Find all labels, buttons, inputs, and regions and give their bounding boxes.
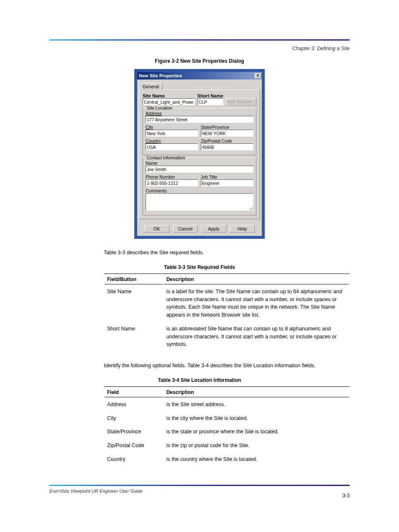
add-system-button: Add System... <box>226 98 256 105</box>
label-city: City <box>146 125 198 130</box>
table-site-location-info: Field Description Address is the Site st… <box>104 386 350 467</box>
city-input[interactable] <box>146 130 198 137</box>
table-row: Zip/Postal Code is the zip or postal cod… <box>105 439 349 452</box>
group-site-location: Site Location Address City State/Provinc… <box>143 108 256 155</box>
cell: Short Name <box>105 322 163 351</box>
footer-text: EnerVista Viewpoint UR Engineer User Gui… <box>49 489 143 494</box>
chapter-title: Chapter 3: Defining a Site <box>49 46 350 51</box>
close-icon[interactable]: X <box>255 73 261 79</box>
job-input[interactable] <box>201 179 253 187</box>
table-row: Site Name is a label for the site. The S… <box>105 285 349 322</box>
tab-row: General <box>137 79 262 90</box>
table1-h1: Field/Button <box>105 275 163 284</box>
cell: City <box>105 412 163 425</box>
cell: Zip/Postal Code <box>105 439 163 452</box>
cell: State/Province <box>105 425 163 438</box>
comments-input[interactable] <box>146 193 253 211</box>
address-input[interactable] <box>146 116 253 123</box>
cancel-button[interactable]: Cancel <box>173 225 198 233</box>
apply-button[interactable]: Apply <box>201 225 226 233</box>
cell: Address <box>105 398 163 411</box>
label-comments: Comments <box>146 188 253 193</box>
titlebar-text: New Site Properties <box>138 73 182 78</box>
table2-h2: Description <box>164 388 349 397</box>
table-row: Short Name is an abbreviated Site Name t… <box>105 322 349 351</box>
table-site-required-fields: Field/Button Description Site Name is a … <box>104 274 350 352</box>
name-input[interactable] <box>146 166 253 173</box>
table-row: State/Province is the state or province … <box>105 425 349 438</box>
table1-caption: Table 3-3 Site Required Fields <box>49 264 350 270</box>
cell: is the state or province where the Site … <box>164 425 349 438</box>
cell: Country <box>105 453 163 466</box>
dialog-footer: OK Cancel Apply Help <box>137 221 262 236</box>
legend-site-location: Site Location <box>146 105 174 110</box>
cell: is an abbreviated Site Name that can con… <box>164 322 349 351</box>
table2-h1: Field <box>105 388 163 397</box>
help-button[interactable]: Help <box>230 225 255 233</box>
para-2: Identify the following optional fields. … <box>104 362 350 370</box>
cell: is the city where the Site is located. <box>164 412 349 425</box>
footer-gradient-rule <box>49 485 350 486</box>
table-row: Country is the country where the Site is… <box>105 453 349 466</box>
para-1: Table 3-3 describes the Site required fi… <box>104 249 350 257</box>
phone-input[interactable] <box>146 179 198 187</box>
figure-caption: Figure 3-2 New Site Properties Dialog <box>49 58 350 64</box>
label-job: Job Title <box>201 174 253 179</box>
label-address: Address <box>146 111 253 116</box>
zip-input[interactable] <box>201 143 253 151</box>
group-contact-info: Contact Information Name Phone Number Jo… <box>143 158 256 215</box>
table1-h2: Description <box>164 275 349 284</box>
label-phone: Phone Number <box>146 174 198 179</box>
cell: is the country where the Site is located… <box>164 453 349 466</box>
country-input[interactable] <box>146 143 198 151</box>
label-zip: Zip/Postal Code <box>201 138 253 143</box>
label-country: Country <box>146 138 198 143</box>
page-number: 3-3 <box>343 493 350 499</box>
label-site-name: Site Name <box>143 93 195 98</box>
cell: is the Site street address. <box>164 398 349 411</box>
state-input[interactable] <box>201 130 253 137</box>
label-state: State/Province <box>201 125 253 130</box>
cell: is the zip or postal code for the Site. <box>164 439 349 452</box>
dialog-new-site-properties: New Site Properties X General Site Name … <box>134 69 265 239</box>
cell: is a label for the site. The Site Name c… <box>164 285 349 322</box>
table-row: City is the city where the Site is locat… <box>105 412 349 425</box>
tab-general[interactable]: General <box>139 83 163 90</box>
top-gradient-rule <box>49 39 350 41</box>
table2-caption: Table 3-4 Site Location Information <box>49 377 350 383</box>
label-short-name: Short Name <box>197 93 223 98</box>
form-body: Site Name Short Name Add System... Site … <box>139 90 260 219</box>
table-row: Address is the Site street address. <box>105 398 349 411</box>
short-name-input[interactable] <box>197 98 223 105</box>
titlebar: New Site Properties X <box>137 72 262 79</box>
legend-contact-info: Contact Information <box>146 155 187 160</box>
site-name-input[interactable] <box>143 98 195 105</box>
label-name: Name <box>146 161 253 166</box>
ok-button[interactable]: OK <box>144 225 169 233</box>
cell: Site Name <box>105 285 163 322</box>
